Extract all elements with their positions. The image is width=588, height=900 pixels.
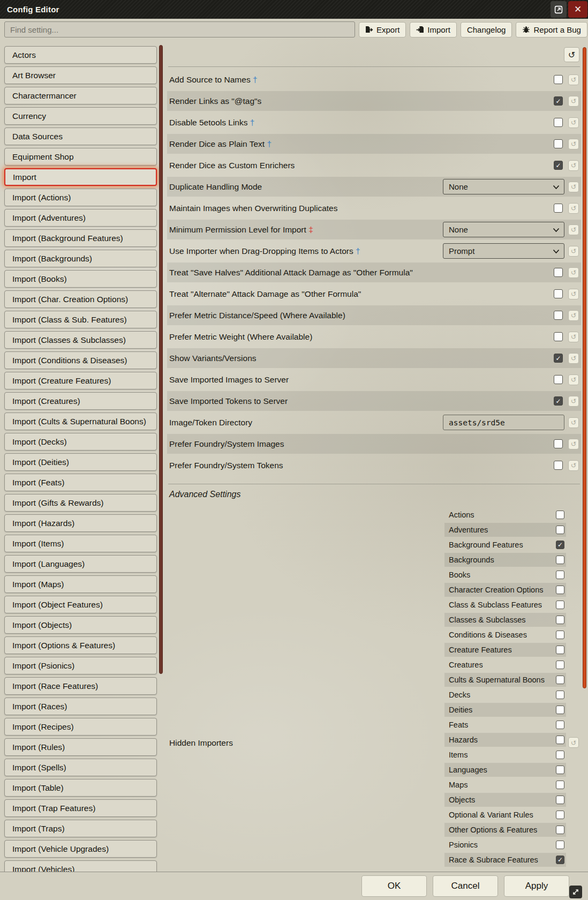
sidebar-item-import[interactable]: Import xyxy=(4,168,157,186)
sidebar-item-import-backgrounds[interactable]: Import (Backgrounds) xyxy=(4,250,157,267)
checkbox-hidden-importer-character-creation-options[interactable]: ✓ xyxy=(556,586,564,594)
resize-handle[interactable] xyxy=(569,886,582,898)
checkbox-hidden-importer-optional-variant-rules[interactable]: ✓ xyxy=(556,811,564,819)
report-bug-button[interactable]: Report a Bug xyxy=(516,22,587,38)
checkbox-save-imported-images-to-server[interactable]: ✓ xyxy=(554,375,563,384)
sidebar-item-import-conditions-diseases[interactable]: Import (Conditions & Diseases) xyxy=(4,351,157,369)
checkbox-hidden-importer-conditions-diseases[interactable]: ✓ xyxy=(556,631,564,639)
checkbox-hidden-importer-adventures[interactable]: ✓ xyxy=(556,526,564,534)
checkbox-hidden-importer-class-subclass-features[interactable]: ✓ xyxy=(556,601,564,609)
close-button[interactable]: ✕ xyxy=(568,1,587,18)
checkbox-save-imported-tokens-to-server[interactable]: ✓ xyxy=(554,396,563,406)
reset-use-importer-when-drag-dropping-items-to-actors[interactable]: ↺ xyxy=(568,246,579,257)
checkbox-treat-alternate-attack-damage-as-other-formula[interactable]: ✓ xyxy=(554,289,563,298)
sidebar-item-import-race-features[interactable]: Import (Race Features) xyxy=(4,677,157,695)
checkbox-hidden-importer-cults-supernatural-boons[interactable]: ✓ xyxy=(556,676,564,684)
sidebar-item-import-feats[interactable]: Import (Feats) xyxy=(4,474,157,491)
sidebar-item-art-browser[interactable]: Art Browser xyxy=(4,66,157,84)
checkbox-render-links-as-tag-s[interactable]: ✓ xyxy=(554,96,563,106)
content-scrollbar[interactable] xyxy=(583,47,586,688)
checkbox-hidden-importer-languages[interactable]: ✓ xyxy=(556,766,564,774)
sidebar-item-data-sources[interactable]: Data Sources xyxy=(4,128,157,145)
reset-prefer-metric-distance-speed-where-available[interactable]: ↺ xyxy=(568,310,579,321)
checkbox-hidden-importer-actions[interactable]: ✓ xyxy=(556,511,564,519)
import-button[interactable]: Import xyxy=(410,22,457,38)
sidebar-item-import-deities[interactable]: Import (Deities) xyxy=(4,453,157,471)
sidebar-item-import-trap-features[interactable]: Import (Trap Features) xyxy=(4,799,157,817)
sidebar-item-import-class-sub-features[interactable]: Import (Class & Sub. Features) xyxy=(4,311,157,328)
checkbox-hidden-importer-hazards[interactable]: ✓ xyxy=(556,736,564,744)
checkbox-hidden-importer-classes-subclasses[interactable]: ✓ xyxy=(556,616,564,624)
sidebar-item-import-languages[interactable]: Import (Languages) xyxy=(4,555,157,573)
sidebar-item-import-actions[interactable]: Import (Actions) xyxy=(4,189,157,206)
checkbox-hidden-importer-objects[interactable]: ✓ xyxy=(556,796,564,804)
checkbox-hidden-importer-psionics[interactable]: ✓ xyxy=(556,841,564,849)
sidebar-item-import-rules[interactable]: Import (Rules) xyxy=(4,738,157,756)
changelog-button[interactable]: Changelog xyxy=(461,22,512,38)
reset-minimum-permission-level-for-import[interactable]: ↺ xyxy=(568,224,579,235)
sidebar-item-import-objects[interactable]: Import (Objects) xyxy=(4,616,157,634)
checkbox-maintain-images-when-overwriting-duplicates[interactable]: ✓ xyxy=(554,204,563,213)
checkbox-prefer-foundry-system-tokens[interactable]: ✓ xyxy=(554,461,563,470)
sidebar-item-import-adventures[interactable]: Import (Adventures) xyxy=(4,209,157,227)
checkbox-hidden-importer-race-subrace-features[interactable]: ✓ xyxy=(556,856,564,864)
checkbox-hidden-importer-feats[interactable]: ✓ xyxy=(556,721,564,729)
sidebar-item-import-psionics[interactable]: Import (Psionics) xyxy=(4,657,157,674)
checkbox-hidden-importer-items[interactable]: ✓ xyxy=(556,751,564,759)
sidebar-scrollbar[interactable] xyxy=(159,45,163,674)
checkbox-hidden-importer-other-options-features[interactable]: ✓ xyxy=(556,826,564,834)
input-image-token-directory[interactable] xyxy=(443,415,564,430)
checkbox-render-dice-as-plain-text[interactable]: ✓ xyxy=(554,139,563,148)
checkbox-hidden-importer-creature-features[interactable]: ✓ xyxy=(556,646,564,654)
sidebar-item-import-races[interactable]: Import (Races) xyxy=(4,698,157,715)
checkbox-treat-save-halves-additional-attack-damage-as-other-formula[interactable]: ✓ xyxy=(554,268,563,277)
checkbox-prefer-metric-weight-where-available[interactable]: ✓ xyxy=(554,332,563,341)
sidebar-item-import-creatures[interactable]: Import (Creatures) xyxy=(4,392,157,410)
export-button[interactable]: Export xyxy=(359,22,406,38)
reset-render-links-as-tag-s[interactable]: ↺ xyxy=(568,96,579,107)
checkbox-disable-5etools-links[interactable]: ✓ xyxy=(554,118,563,127)
checkbox-hidden-importer-creatures[interactable]: ✓ xyxy=(556,661,564,669)
checkbox-render-dice-as-custom-enrichers[interactable]: ✓ xyxy=(554,161,563,170)
reset-prefer-metric-weight-where-available[interactable]: ↺ xyxy=(568,332,579,342)
reset-treat-alternate-attack-damage-as-other-formula[interactable]: ↺ xyxy=(568,289,579,299)
search-input[interactable] xyxy=(4,21,355,38)
checkbox-show-variants-versions[interactable]: ✓ xyxy=(554,354,563,363)
reset-disable-5etools-links[interactable]: ↺ xyxy=(568,117,579,128)
checkbox-hidden-importer-maps[interactable]: ✓ xyxy=(556,781,564,789)
checkbox-prefer-metric-distance-speed-where-available[interactable]: ✓ xyxy=(554,311,563,320)
sidebar-item-import-items[interactable]: Import (Items) xyxy=(4,535,157,552)
reset-image-token-directory[interactable]: ↺ xyxy=(568,417,579,428)
sidebar-item-import-maps[interactable]: Import (Maps) xyxy=(4,575,157,593)
reset-prefer-foundry-system-tokens[interactable]: ↺ xyxy=(568,460,579,471)
reset-show-variants-versions[interactable]: ↺ xyxy=(568,353,579,364)
checkbox-hidden-importer-books[interactable]: ✓ xyxy=(556,571,564,579)
sidebar-item-import-char-creation-options[interactable]: Import (Char. Creation Options) xyxy=(4,290,157,308)
sidebar-item-currency[interactable]: Currency xyxy=(4,107,157,125)
reset-save-imported-tokens-to-server[interactable]: ↺ xyxy=(568,396,579,407)
sidebar-item-import-books[interactable]: Import (Books) xyxy=(4,270,157,288)
reset-render-dice-as-plain-text[interactable]: ↺ xyxy=(568,139,579,149)
select-duplicate-handling-mode[interactable]: None xyxy=(443,179,564,194)
reset-treat-save-halves-additional-attack-damage-as-other-formula[interactable]: ↺ xyxy=(568,267,579,278)
sidebar-item-actors[interactable]: Actors xyxy=(4,46,157,64)
checkbox-hidden-importer-backgrounds[interactable]: ✓ xyxy=(556,556,564,564)
sidebar-item-import-table[interactable]: Import (Table) xyxy=(4,779,157,797)
checkbox-hidden-importer-background-features[interactable]: ✓ xyxy=(556,541,564,549)
hidden-importers-reset-button[interactable]: ↺ xyxy=(568,737,579,748)
sidebar-item-import-cults-supernatural-boons[interactable]: Import (Cults & Supernatural Boons) xyxy=(4,412,157,430)
sidebar-item-import-background-features[interactable]: Import (Background Features) xyxy=(4,229,157,247)
checkbox-hidden-importer-decks[interactable]: ✓ xyxy=(556,691,564,699)
ok-button[interactable]: OK xyxy=(361,875,427,897)
apply-button[interactable]: Apply xyxy=(504,875,569,897)
popout-button[interactable] xyxy=(551,1,567,18)
select-minimum-permission-level-for-import[interactable]: None xyxy=(443,222,564,237)
sidebar-item-import-hazards[interactable]: Import (Hazards) xyxy=(4,514,157,532)
sidebar-item-import-vehicles[interactable]: Import (Vehicles) xyxy=(4,860,157,872)
sidebar-item-charactermancer[interactable]: Charactermancer xyxy=(4,87,157,104)
select-use-importer-when-drag-dropping-items-to-actors[interactable]: Prompt xyxy=(443,243,564,259)
reset-duplicate-handling-mode[interactable]: ↺ xyxy=(568,182,579,192)
reset-add-source-to-names[interactable]: ↺ xyxy=(568,74,579,85)
section-reset-button[interactable]: ↺ xyxy=(564,47,579,62)
sidebar-item-import-gifts-rewards[interactable]: Import (Gifts & Rewards) xyxy=(4,494,157,512)
